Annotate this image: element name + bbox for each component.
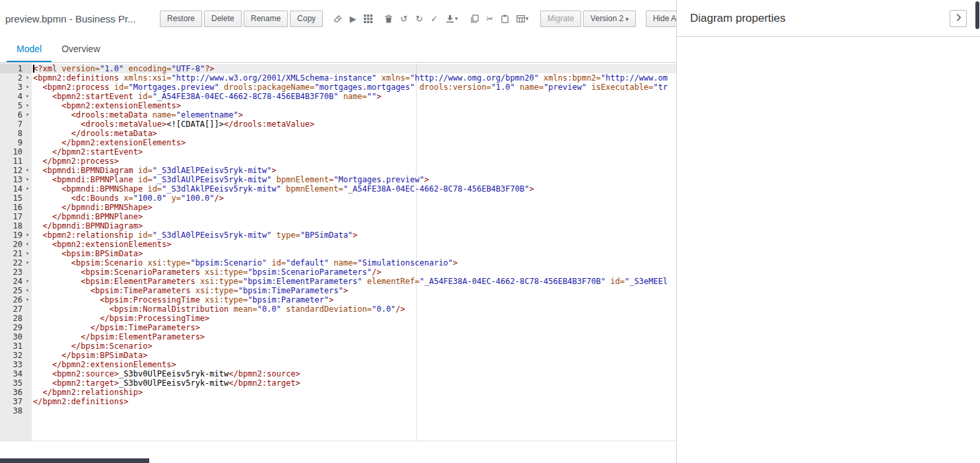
fold-toggle-icon[interactable]: ▾ <box>23 175 32 184</box>
gutter-cell: 31 <box>0 341 32 351</box>
download-dropdown-button[interactable]: ▾ <box>442 11 462 26</box>
code-line[interactable]: 20▾ <bpmn2:extensionElements> <box>0 240 676 249</box>
copy-file-button[interactable]: Copy <box>290 11 323 27</box>
fold-toggle-icon[interactable]: ▾ <box>23 258 32 267</box>
trash-button[interactable] <box>381 11 396 26</box>
fold-toggle-icon[interactable]: ▾ <box>23 295 32 304</box>
code-line[interactable]: 5▾ <bpmn2:extensionElements> <box>0 101 676 110</box>
restore-button[interactable]: Restore <box>160 11 202 27</box>
line-number: 4 <box>0 92 23 101</box>
code-line[interactable]: 38 <box>0 406 676 415</box>
delete-button[interactable]: Delete <box>204 11 242 27</box>
paste-button[interactable] <box>497 11 512 26</box>
fold-toggle-icon[interactable]: ▾ <box>23 73 32 83</box>
table-icon <box>516 15 525 23</box>
code-line[interactable]: 29 </bpsim:TimeParameters> <box>0 323 676 332</box>
line-number: 21 <box>0 249 23 258</box>
code-line[interactable]: 10 </bpmn2:startEvent> <box>0 147 676 157</box>
code-line[interactable]: 22▾ <bpsim:Scenario xsi:type="bpsim:Scen… <box>0 258 676 267</box>
cut-button[interactable]: ✂ <box>482 11 497 26</box>
code-text: </drools:metaData> <box>32 129 157 138</box>
redo-button[interactable]: ↻ <box>411 11 427 26</box>
version-dropdown-button[interactable]: Version 2▾ <box>583 11 636 27</box>
code-line[interactable]: 4▾ <bpmn2:startEvent id="_A54FE38A-04EC-… <box>0 92 676 101</box>
code-line[interactable]: 31 </bpsim:Scenario> <box>0 341 676 351</box>
fold-toggle-icon[interactable]: ▾ <box>23 101 32 110</box>
code-line[interactable]: 19▾ <bpmn2:relationship id="_S3dlA0lPEei… <box>0 231 676 240</box>
gutter-cell: 3▾ <box>0 83 32 92</box>
code-text: <bpmn2:target>_S3bv0UlPEeisv5ryk-mitw</b… <box>32 378 300 388</box>
fold-toggle-icon[interactable]: ▾ <box>23 286 32 295</box>
code-line[interactable]: 24▾ <bpsim:ElementParameters xsi:type="b… <box>0 277 676 286</box>
line-number: 19 <box>0 231 23 240</box>
code-line[interactable]: 35 <bpmn2:target>_S3bv0UlPEeisv5ryk-mitw… <box>0 378 676 388</box>
code-line[interactable]: 11 </bpmn2:process> <box>0 157 676 166</box>
code-line[interactable]: 2▾<bpmn2:definitions xmlns:xsi="http://w… <box>0 73 676 83</box>
code-line[interactable]: 7 <drools:metaValue><![CDATA[]]></drools… <box>0 120 676 129</box>
code-line[interactable]: 9 </bpmn2:extensionElements> <box>0 138 676 147</box>
code-line[interactable]: 15 <dc:Bounds x="100.0" y="100.0"/> <box>0 194 676 203</box>
horizontal-scrollbar-thumb[interactable] <box>0 458 149 463</box>
fold-toggle-icon[interactable]: ▾ <box>23 92 32 101</box>
fold-toggle-icon[interactable]: ▾ <box>23 231 32 240</box>
trash-icon <box>384 15 393 23</box>
code-line[interactable]: 23 <bpsim:ScenarioParameters xsi:type="b… <box>0 267 676 277</box>
clipboard-icon-group: ✂ ▾ <box>467 11 532 26</box>
fold-toggle-icon[interactable]: ▾ <box>23 83 32 92</box>
fold-toggle-icon[interactable]: ▾ <box>23 277 32 286</box>
line-number: 22 <box>0 258 23 267</box>
fold-toggle-icon[interactable]: ▾ <box>23 110 32 120</box>
line-number: 25 <box>0 286 23 295</box>
grid-button[interactable] <box>361 11 376 26</box>
rename-button[interactable]: Rename <box>244 11 288 27</box>
collapse-panel-button[interactable] <box>950 10 967 27</box>
download-icon <box>446 15 454 23</box>
fold-toggle-icon[interactable]: ▾ <box>23 240 32 249</box>
gutter-cell: 8 <box>0 129 32 138</box>
migrate-button[interactable]: Migrate <box>540 11 581 27</box>
play-button[interactable]: ▶ <box>345 11 361 26</box>
code-line[interactable]: 16 </bpmndi:BPMNShape> <box>0 203 676 212</box>
validate-button[interactable]: ✓ <box>427 11 442 26</box>
code-line[interactable]: 36 </bpmn2:relationship> <box>0 388 676 397</box>
code-line[interactable]: 37</bpmn2:definitions> <box>0 397 676 406</box>
code-line[interactable]: 17 </bpmndi:BPMNPlane> <box>0 212 676 221</box>
fold-toggle-icon[interactable]: ▾ <box>23 166 32 175</box>
fold-toggle-icon[interactable]: ▾ <box>23 249 32 258</box>
code-line[interactable]: 21▾ <bpsim:BPSimData> <box>0 249 676 258</box>
vertical-scrollbar-thumb[interactable] <box>975 1 979 29</box>
undo-button[interactable]: ↺ <box>396 11 411 26</box>
code-line[interactable]: 8 </drools:metaData> <box>0 129 676 138</box>
code-lines: 1<?xml version="1.0" encoding="UTF-8"?>2… <box>0 63 676 415</box>
eraser-button[interactable] <box>330 11 345 26</box>
copy-button[interactable] <box>467 11 482 26</box>
properties-panel: Diagram properties <box>676 0 980 463</box>
code-line[interactable]: 1<?xml version="1.0" encoding="UTF-8"?> <box>0 64 676 73</box>
code-line[interactable]: 30 </bpsim:ElementParameters> <box>0 332 676 341</box>
code-line[interactable]: 3▾ <bpmn2:process id="Mortgages.preview"… <box>0 83 676 92</box>
fold-toggle-icon[interactable]: ▾ <box>23 184 32 194</box>
code-line[interactable]: 18 </bpmndi:BPMNDiagram> <box>0 221 676 231</box>
tab-overview[interactable]: Overview <box>52 37 110 62</box>
code-line[interactable]: 32 </bpsim:BPSimData> <box>0 351 676 360</box>
code-line[interactable]: 12▾ <bpmndi:BPMNDiagram id="_S3dlAElPEei… <box>0 166 676 175</box>
line-number: 36 <box>0 388 23 397</box>
code-text: <bpmn2:extensionElements> <box>32 240 172 249</box>
code-line[interactable]: 25▾ <bpsim:TimeParameters xsi:type="bpsi… <box>0 286 676 295</box>
xml-source-editor[interactable]: 1<?xml version="1.0" encoding="UTF-8"?>2… <box>0 63 676 441</box>
code-line[interactable]: 6▾ <drools:metaData name="elementname"> <box>0 110 676 120</box>
gutter-cell: 2▾ <box>0 73 32 83</box>
code-line[interactable]: 14▾ <bpmndi:BPMNShape id="_S3dlAklPEeisv… <box>0 184 676 194</box>
code-line[interactable]: 33 </bpmn2:extensionElements> <box>0 360 676 369</box>
file-title: preview.bpmn - Business Pr... <box>5 13 160 24</box>
line-number: 35 <box>0 378 23 388</box>
code-line[interactable]: 26▾ <bpsim:ProcessingTime xsi:type="bpsi… <box>0 295 676 304</box>
table-dropdown-button[interactable]: ▾ <box>512 11 532 26</box>
code-line[interactable]: 28 </bpsim:ProcessingTime> <box>0 314 676 323</box>
code-text: <drools:metaData name="elementname"> <box>32 110 243 120</box>
code-line[interactable]: 34 <bpmn2:source>_S3bv0UlPEeisv5ryk-mitw… <box>0 369 676 378</box>
code-line[interactable]: 27 <bpsim:NormalDistribution mean="0.0" … <box>0 304 676 314</box>
code-line[interactable]: 13▾ <bpmndi:BPMNPlane id="_S3dlAUlPEeisv… <box>0 175 676 184</box>
code-text: <bpsim:ScenarioParameters xsi:type="bpsi… <box>32 267 381 277</box>
tab-model[interactable]: Model <box>7 37 52 62</box>
